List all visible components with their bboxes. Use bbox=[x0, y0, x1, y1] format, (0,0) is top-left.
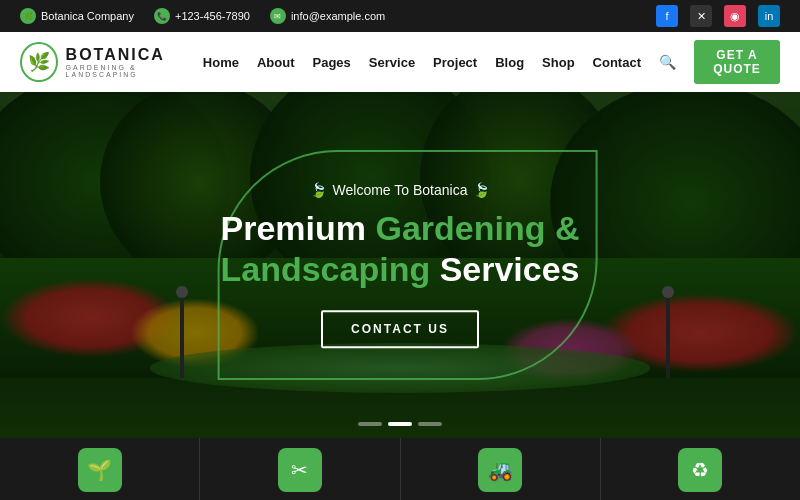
phone-icon: 📞 bbox=[154, 8, 170, 24]
logo-text: BOTANICA GARDENING & LANDSCAPING bbox=[66, 46, 203, 78]
search-icon[interactable]: 🔍 bbox=[659, 54, 676, 70]
nav-contact[interactable]: Contact bbox=[593, 55, 641, 70]
twitter-x-icon[interactable]: ✕ bbox=[690, 5, 712, 27]
email-icon: ✉ bbox=[270, 8, 286, 24]
nav-links: Home About Pages Service Project Blog Sh… bbox=[203, 40, 780, 84]
company-name: Botanica Company bbox=[41, 10, 134, 22]
leaf-right-icon: 🍃 bbox=[473, 182, 490, 198]
company-icon: 🌿 bbox=[20, 8, 36, 24]
logo-subtitle: GARDENING & LANDSCAPING bbox=[66, 64, 203, 78]
card-design-consultation[interactable]: ✂ Design Consultation bbox=[200, 438, 400, 500]
nav-home[interactable]: Home bbox=[203, 55, 239, 70]
phone-number: +123-456-7890 bbox=[175, 10, 250, 22]
email-address: info@example.com bbox=[291, 10, 385, 22]
custom-landscaping-icon: 🚜 bbox=[478, 448, 522, 492]
hero-title: Premium Gardening & Landscaping Services bbox=[160, 208, 640, 290]
hero-welcome: 🍃 Welcome To Botanica 🍃 bbox=[160, 182, 640, 198]
card-plant-diversity[interactable]: 🌱 Plant Diversity bbox=[0, 438, 200, 500]
logo[interactable]: 🌿 BOTANICA GARDENING & LANDSCAPING bbox=[20, 42, 203, 82]
plant-diversity-icon: 🌱 bbox=[78, 448, 122, 492]
feature-cards: 🌱 Plant Diversity ✂ Design Consultation … bbox=[0, 438, 800, 500]
slider-dot-3[interactable] bbox=[418, 422, 442, 426]
hero-content: 🍃 Welcome To Botanica 🍃 Premium Gardenin… bbox=[160, 182, 640, 348]
nav-about[interactable]: About bbox=[257, 55, 295, 70]
slider-dot-1[interactable] bbox=[358, 422, 382, 426]
slider-dot-2[interactable] bbox=[388, 422, 412, 426]
design-consultation-icon: ✂ bbox=[278, 448, 322, 492]
phone-info: 📞 +123-456-7890 bbox=[154, 8, 250, 24]
hero-title-premium: Premium bbox=[221, 209, 367, 247]
nav-pages[interactable]: Pages bbox=[313, 55, 351, 70]
top-bar: 🌿 Botanica Company 📞 +123-456-7890 ✉ inf… bbox=[0, 0, 800, 32]
instagram-icon[interactable]: ◉ bbox=[724, 5, 746, 27]
sustainable-practices-icon: ♻ bbox=[678, 448, 722, 492]
email-info: ✉ info@example.com bbox=[270, 8, 385, 24]
top-bar-left: 🌿 Botanica Company 📞 +123-456-7890 ✉ inf… bbox=[20, 8, 385, 24]
nav-service[interactable]: Service bbox=[369, 55, 415, 70]
contact-us-button[interactable]: CONTACT US bbox=[321, 310, 479, 348]
navbar: 🌿 BOTANICA GARDENING & LANDSCAPING Home … bbox=[0, 32, 800, 92]
facebook-icon[interactable]: f bbox=[656, 5, 678, 27]
hero-title-gardening: Gardening & bbox=[375, 209, 579, 247]
company-info: 🌿 Botanica Company bbox=[20, 8, 134, 24]
linkedin-icon[interactable]: in bbox=[758, 5, 780, 27]
get-quote-button[interactable]: GET A QUOTE bbox=[694, 40, 780, 84]
hero-section: 🍃 Welcome To Botanica 🍃 Premium Gardenin… bbox=[0, 92, 800, 438]
hero-title-services: Services bbox=[440, 250, 580, 288]
hero-title-landscaping: Landscaping bbox=[220, 250, 430, 288]
card-sustainable-practices[interactable]: ♻ Sustainable Practices bbox=[601, 438, 800, 500]
welcome-text: Welcome To Botanica bbox=[333, 182, 468, 198]
slider-dots bbox=[358, 422, 442, 426]
logo-icon: 🌿 bbox=[20, 42, 58, 82]
logo-name: BOTANICA bbox=[66, 46, 203, 64]
nav-project[interactable]: Project bbox=[433, 55, 477, 70]
nav-blog[interactable]: Blog bbox=[495, 55, 524, 70]
social-links: f ✕ ◉ in bbox=[656, 5, 780, 27]
nav-shop[interactable]: Shop bbox=[542, 55, 575, 70]
card-custom-landscaping[interactable]: 🚜 Custom Landscaping bbox=[401, 438, 601, 500]
leaf-left-icon: 🍃 bbox=[310, 182, 327, 198]
